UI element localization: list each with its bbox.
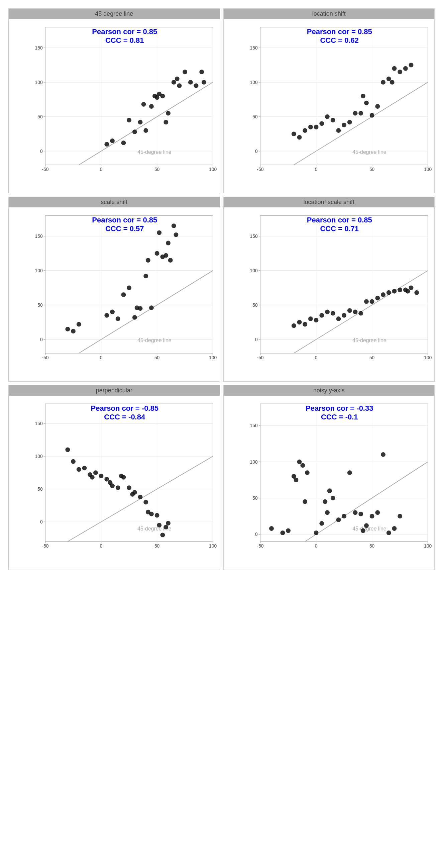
svg-point-87 xyxy=(330,118,335,122)
svg-point-311 xyxy=(358,512,363,517)
svg-text:-50: -50 xyxy=(42,543,49,549)
svg-point-316 xyxy=(381,452,385,457)
chart-chart6: noisy y-axis-5005010005010015045-degree … xyxy=(223,385,435,570)
svg-text:0: 0 xyxy=(40,337,43,342)
svg-text:45-degree line: 45-degree line xyxy=(137,338,171,343)
svg-point-90 xyxy=(347,120,352,124)
chart-title-4: perpendicular xyxy=(9,385,220,396)
svg-text:-50: -50 xyxy=(257,355,263,360)
svg-point-43 xyxy=(171,80,176,85)
svg-point-305 xyxy=(327,488,332,493)
svg-point-314 xyxy=(370,514,374,519)
svg-text:50: 50 xyxy=(369,166,375,172)
svg-point-304 xyxy=(325,510,330,515)
pearson-label-2: Pearson cor = 0.85 xyxy=(92,216,157,224)
svg-point-35 xyxy=(144,128,148,133)
svg-text:100: 100 xyxy=(250,80,257,85)
svg-point-144 xyxy=(144,274,148,278)
svg-text:50: 50 xyxy=(155,166,160,172)
svg-point-133 xyxy=(65,327,70,332)
svg-text:-50: -50 xyxy=(42,355,49,360)
svg-point-30 xyxy=(121,141,126,145)
svg-point-83 xyxy=(308,125,313,129)
svg-point-99 xyxy=(389,80,394,85)
svg-point-36 xyxy=(149,104,154,109)
svg-point-45 xyxy=(177,83,182,88)
svg-rect-265 xyxy=(260,404,428,541)
svg-point-298 xyxy=(300,463,305,468)
svg-point-97 xyxy=(381,80,385,85)
svg-text:50: 50 xyxy=(252,495,258,501)
svg-point-240 xyxy=(82,466,87,470)
svg-point-86 xyxy=(325,114,330,119)
svg-point-313 xyxy=(364,523,369,528)
chart-chart3: scale shift-5005010005010015045-degree l… xyxy=(8,197,220,382)
svg-text:100: 100 xyxy=(424,543,432,549)
svg-text:50: 50 xyxy=(155,355,160,360)
svg-text:0: 0 xyxy=(255,337,257,342)
svg-point-260 xyxy=(160,532,165,537)
svg-text:45-degree line: 45-degree line xyxy=(137,149,171,155)
svg-point-244 xyxy=(99,474,104,478)
svg-point-42 xyxy=(166,111,170,116)
svg-point-242 xyxy=(90,475,95,480)
svg-point-198 xyxy=(370,299,374,304)
svg-point-317 xyxy=(386,530,391,535)
svg-point-134 xyxy=(71,329,75,334)
svg-point-253 xyxy=(132,490,137,495)
svg-point-29 xyxy=(110,138,115,143)
svg-text:0: 0 xyxy=(255,531,257,537)
svg-point-315 xyxy=(375,510,380,515)
svg-point-40 xyxy=(160,94,165,98)
pearson-label-3: Pearson cor = 0.85 xyxy=(307,216,372,224)
svg-point-299 xyxy=(303,499,307,504)
pearson-label-5: Pearson cor = -0.33 xyxy=(306,404,373,413)
svg-point-189 xyxy=(319,313,324,318)
svg-text:0: 0 xyxy=(315,355,317,360)
svg-text:50: 50 xyxy=(37,114,43,119)
svg-point-310 xyxy=(353,510,357,515)
svg-text:45-degree line: 45-degree line xyxy=(352,338,386,343)
svg-point-193 xyxy=(342,313,346,318)
svg-point-138 xyxy=(116,316,120,321)
svg-point-199 xyxy=(375,296,380,300)
svg-point-292 xyxy=(269,526,274,531)
ccc-label-1: CCC = 0.62 xyxy=(307,36,372,45)
svg-point-101 xyxy=(398,69,402,74)
svg-text:100: 100 xyxy=(35,80,42,85)
svg-rect-210 xyxy=(45,404,213,541)
chart-labels-3: Pearson cor = 0.85CCC = 0.71 xyxy=(307,216,372,233)
svg-point-300 xyxy=(305,470,309,475)
svg-point-195 xyxy=(353,310,357,314)
svg-point-312 xyxy=(360,528,365,533)
ccc-label-3: CCC = 0.71 xyxy=(307,224,372,233)
pearson-label-4: Pearson cor = -0.85 xyxy=(91,404,158,413)
svg-point-81 xyxy=(297,135,302,140)
svg-text:100: 100 xyxy=(209,355,217,360)
svg-text:100: 100 xyxy=(209,166,217,172)
svg-point-250 xyxy=(121,475,126,480)
svg-point-301 xyxy=(314,530,318,535)
svg-text:150: 150 xyxy=(35,421,42,426)
ccc-label-0: CCC = 0.81 xyxy=(92,36,157,45)
svg-text:0: 0 xyxy=(40,519,43,525)
chart-chart2: location shift-5005010005010015045-degre… xyxy=(223,8,435,193)
svg-point-203 xyxy=(398,288,402,292)
svg-text:50: 50 xyxy=(37,486,43,492)
svg-point-154 xyxy=(173,232,178,237)
svg-text:0: 0 xyxy=(40,149,43,154)
svg-text:0: 0 xyxy=(315,543,317,549)
chart-labels-1: Pearson cor = 0.85CCC = 0.62 xyxy=(307,27,372,45)
charts-grid: 45 degree line-5005010005010015045-degre… xyxy=(0,0,443,578)
svg-point-194 xyxy=(347,308,352,313)
svg-text:100: 100 xyxy=(250,268,257,273)
ccc-label-2: CCC = 0.57 xyxy=(92,224,157,233)
svg-point-184 xyxy=(291,323,296,328)
svg-point-140 xyxy=(127,285,131,290)
svg-point-89 xyxy=(342,123,346,127)
svg-point-139 xyxy=(121,292,126,297)
svg-point-294 xyxy=(286,528,290,533)
svg-text:45-degree line: 45-degree line xyxy=(352,149,386,155)
svg-text:-50: -50 xyxy=(257,543,263,549)
svg-point-309 xyxy=(347,470,352,475)
